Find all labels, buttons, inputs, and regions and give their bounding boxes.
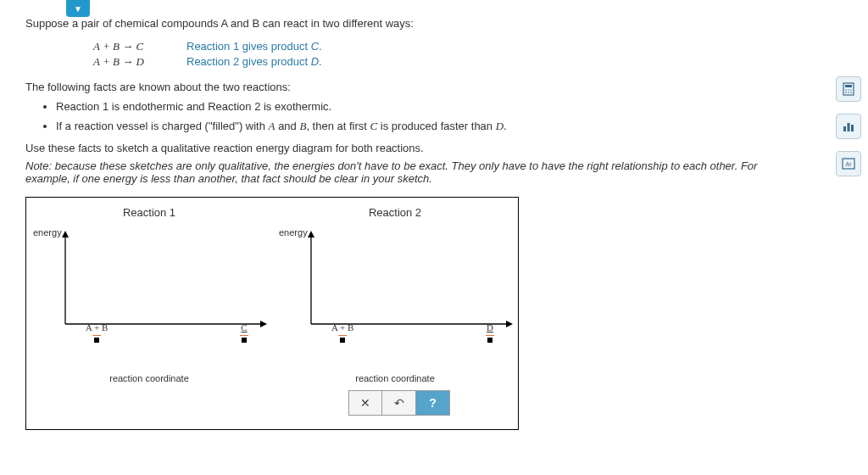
- diagram-2-title: Reaction 2: [277, 206, 513, 219]
- svg-point-12: [850, 89, 852, 91]
- tick-product-c[interactable]: C —: [240, 322, 248, 343]
- help-button[interactable]: ?: [416, 390, 450, 416]
- svg-point-13: [845, 92, 847, 93]
- svg-rect-9: [845, 85, 852, 87]
- tick-product-d[interactable]: D —: [486, 322, 494, 343]
- note: Note: because these sketches are only qu…: [25, 159, 797, 185]
- intro-text: Suppose a pair of chemical compounds A a…: [25, 17, 797, 30]
- equation-2-desc: Reaction 2 gives product D.: [186, 55, 322, 68]
- dropdown-tab[interactable]: ▼: [66, 0, 90, 17]
- y-axis-label: energy: [33, 227, 62, 238]
- y-axis-label-2: energy: [279, 227, 308, 238]
- facts-intro: The following facts are known about the …: [25, 81, 797, 93]
- diagram-toolbar: ✕ ↶ ?: [26, 390, 518, 416]
- svg-marker-5: [308, 231, 314, 238]
- diagram-reaction-1[interactable]: Reaction 1 energy A + B —: [26, 206, 272, 383]
- undo-button[interactable]: ↶: [382, 390, 416, 416]
- equation-1-lhs: A + B → C: [93, 40, 186, 53]
- diagram-reaction-2[interactable]: Reaction 2 energy A + B —: [272, 206, 518, 383]
- svg-text:Ar: Ar: [846, 161, 853, 167]
- calculator-icon[interactable]: [836, 76, 861, 102]
- tick-reactants-2[interactable]: A + B —: [331, 322, 353, 343]
- tick-reactants-1[interactable]: A + B —: [86, 322, 108, 343]
- svg-marker-1: [62, 231, 69, 238]
- diagram-1-title: Reaction 1: [31, 206, 267, 219]
- reaction-equations: A + B → C Reaction 1 gives product C. A …: [93, 40, 797, 69]
- periodic-table-icon[interactable]: Ar: [836, 151, 861, 176]
- svg-point-14: [848, 92, 849, 93]
- bullet-1: Reaction 1 is endothermic and Reaction 2…: [56, 100, 797, 113]
- equation-2-lhs: A + B → D: [93, 55, 186, 69]
- svg-point-10: [845, 89, 847, 91]
- graph-icon[interactable]: [836, 114, 861, 139]
- equation-1-desc: Reaction 1 gives product C.: [186, 40, 322, 53]
- svg-rect-16: [843, 126, 846, 131]
- x-axis-label-1: reaction coordinate: [31, 373, 267, 383]
- svg-point-11: [848, 89, 849, 91]
- side-toolbar: Ar: [836, 76, 861, 176]
- diagram-container: Reaction 1 energy A + B —: [25, 197, 519, 430]
- x-axis-label-2: reaction coordinate: [277, 373, 513, 383]
- svg-rect-17: [848, 123, 850, 131]
- instruction: Use these facts to sketch a qualitative …: [25, 142, 797, 154]
- bullet-2: If a reaction vessel is charged ("filled…: [56, 120, 797, 133]
- svg-point-15: [850, 92, 852, 93]
- close-button[interactable]: ✕: [348, 390, 382, 416]
- svg-rect-18: [851, 125, 854, 131]
